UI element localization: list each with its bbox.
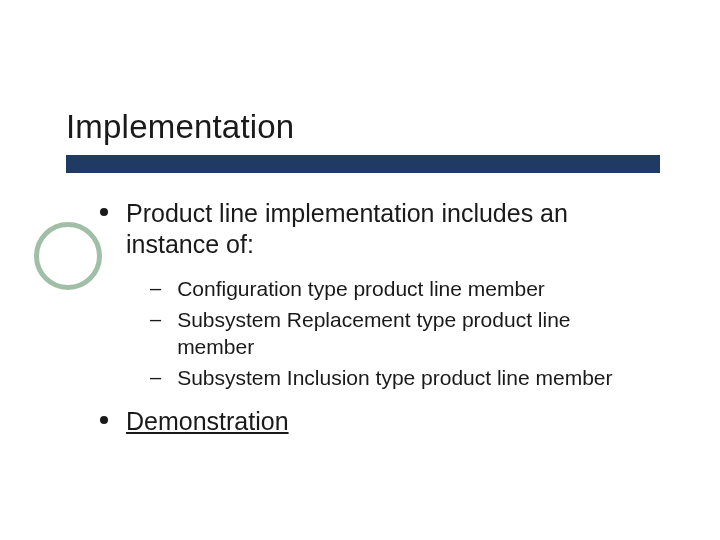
- demonstration-link[interactable]: Demonstration: [126, 406, 289, 437]
- dash-icon: –: [150, 306, 161, 332]
- title-wrap: Implementation: [66, 108, 294, 146]
- sub-bullet-text: Subsystem Inclusion type product line me…: [177, 364, 612, 391]
- slide-title: Implementation: [66, 108, 294, 146]
- bullet-text: Product line implementation includes an …: [126, 198, 660, 261]
- slide: Implementation Product line implementati…: [0, 0, 720, 540]
- title-underline-bar: [66, 155, 660, 173]
- sub-bullet-group: – Configuration type product line member…: [150, 275, 660, 392]
- decorative-circle-icon: [34, 222, 102, 290]
- bullet-level1: Demonstration: [100, 406, 660, 437]
- bullet-level2: – Configuration type product line member: [150, 275, 660, 302]
- sub-bullet-text: Configuration type product line member: [177, 275, 545, 302]
- bullet-dot-icon: [100, 208, 108, 216]
- dash-icon: –: [150, 275, 161, 301]
- slide-body: Product line implementation includes an …: [100, 198, 660, 451]
- bullet-dot-icon: [100, 416, 108, 424]
- bullet-level1: Product line implementation includes an …: [100, 198, 660, 261]
- bullet-level2: – Subsystem Inclusion type product line …: [150, 364, 660, 391]
- sub-bullet-text: Subsystem Replacement type product line …: [177, 306, 647, 361]
- dash-icon: –: [150, 364, 161, 390]
- bullet-level2: – Subsystem Replacement type product lin…: [150, 306, 660, 361]
